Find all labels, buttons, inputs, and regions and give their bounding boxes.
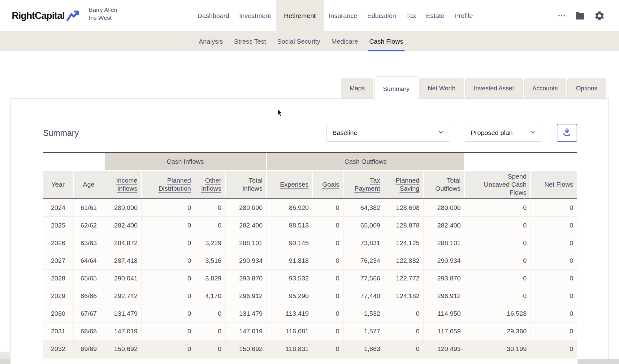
table-cell: 73,831 bbox=[343, 234, 384, 252]
folder-icon[interactable] bbox=[575, 11, 585, 20]
column-header-label: Year bbox=[51, 181, 64, 188]
scenario-select-value: Baseline bbox=[332, 129, 357, 136]
table-cell: 29,360 bbox=[465, 322, 530, 340]
column-header-planned-distribution[interactable]: Planned Distribution bbox=[141, 170, 195, 199]
nav-item-estate[interactable]: Estate bbox=[421, 0, 449, 31]
tab-maps[interactable]: Maps bbox=[341, 78, 374, 98]
table-cell: 0 bbox=[465, 216, 530, 234]
table-cell: 64,382 bbox=[343, 199, 384, 216]
nav-item-tax[interactable]: Tax bbox=[401, 0, 421, 31]
table-cell: 131,479 bbox=[225, 305, 266, 322]
table-cell: 0 bbox=[313, 305, 343, 322]
subnav-item-stress-test[interactable]: Stress Test bbox=[234, 31, 266, 51]
table-cell: 95,290 bbox=[266, 287, 313, 305]
table-cell: 0 bbox=[530, 199, 577, 216]
more-menu-button[interactable]: ••• bbox=[558, 13, 566, 18]
table-cell: 91,818 bbox=[266, 252, 313, 269]
scenario-select[interactable]: Baseline bbox=[327, 124, 450, 142]
table-cell bbox=[43, 358, 577, 361]
download-button[interactable] bbox=[557, 124, 577, 142]
table-cell: 0 bbox=[465, 252, 530, 269]
table-cell: 0 bbox=[313, 287, 343, 305]
nav-item-profile[interactable]: Profile bbox=[449, 0, 478, 31]
table-cell: 0 bbox=[465, 234, 530, 252]
subnav-item-analysis[interactable]: Analysis bbox=[199, 31, 223, 51]
subnav-item-medicare[interactable]: Medicare bbox=[331, 31, 358, 51]
column-header-income-inflows[interactable]: Income Inflows bbox=[104, 170, 141, 199]
table-cell: 77,440 bbox=[343, 287, 384, 305]
table-cell: 0 bbox=[141, 269, 195, 287]
column-header-spend-unsaved-cash-flows: Spend Unsaved Cash Flows bbox=[465, 170, 530, 199]
nav-item-retirement[interactable]: Retirement bbox=[276, 0, 324, 31]
table-cell: 147,019 bbox=[225, 322, 266, 340]
table-cell: 124,125 bbox=[384, 234, 423, 252]
table-cell: 0 bbox=[141, 305, 195, 322]
tab-invested-asset[interactable]: Invested Asset bbox=[465, 78, 523, 98]
plan-select[interactable]: Proposed plan bbox=[465, 124, 542, 142]
table-cell: 0 bbox=[195, 322, 225, 340]
table-cell: 0 bbox=[195, 199, 225, 216]
client-selector[interactable]: Barry Allen Iris West bbox=[89, 6, 117, 22]
nav-item-insurance[interactable]: Insurance bbox=[324, 0, 362, 31]
table-cell: 0 bbox=[141, 199, 195, 216]
table-cell: 150,692 bbox=[104, 340, 141, 358]
column-header-goals[interactable]: Goals bbox=[313, 170, 343, 199]
table-cell: 30,199 bbox=[465, 340, 530, 358]
table-cell: 282,400 bbox=[225, 216, 266, 234]
table-row-2026: 202663/63284,87203,229288,10190,145073,8… bbox=[43, 234, 577, 252]
table-cell: 0 bbox=[530, 234, 577, 252]
table-cell: 288,101 bbox=[423, 234, 465, 252]
scrollbar-corner[interactable] bbox=[0, 352, 11, 359]
nav-item-education[interactable]: Education bbox=[362, 0, 401, 31]
table-cell: 0 bbox=[530, 340, 577, 358]
tab-accounts[interactable]: Accounts bbox=[524, 78, 566, 98]
table-cell: 2024 bbox=[43, 199, 73, 216]
download-icon bbox=[562, 127, 572, 138]
table-cell: 120,493 bbox=[423, 340, 465, 358]
table-row-2029: 202966/66292,74204,170296,91295,290077,4… bbox=[43, 287, 577, 305]
column-header-expenses[interactable]: Expenses bbox=[266, 170, 313, 199]
table-cell: 2029 bbox=[43, 287, 73, 305]
content-panel: Summary Baseline Proposed plan Cash Infl… bbox=[10, 98, 609, 364]
table-cell: 0 bbox=[530, 216, 577, 234]
table-cell: 65/65 bbox=[73, 269, 104, 287]
column-header-net-flows: Net Flows bbox=[530, 170, 577, 199]
gear-icon[interactable] bbox=[594, 11, 605, 21]
column-header-label: Tax Payment bbox=[354, 177, 380, 192]
table-cell: 2031 bbox=[43, 322, 73, 340]
brand-logo: RightCapital bbox=[12, 0, 80, 31]
column-header-planned-saving[interactable]: Planned Saving bbox=[384, 170, 423, 199]
table-cell: 0 bbox=[313, 269, 343, 287]
table-cell: 296,912 bbox=[225, 287, 266, 305]
subnav-item-social-security[interactable]: Social Security bbox=[277, 31, 320, 51]
table-cell: 0 bbox=[195, 305, 225, 322]
tab-options[interactable]: Options bbox=[567, 78, 606, 98]
table-cell: 150,692 bbox=[225, 340, 266, 358]
top-nav-items: DashboardInvestmentRetirementInsuranceEd… bbox=[193, 0, 478, 31]
table-cell: 0 bbox=[384, 305, 423, 322]
table-cell: 0 bbox=[195, 216, 225, 234]
tab-net-worth[interactable]: Net Worth bbox=[419, 78, 464, 98]
nav-item-investment[interactable]: Investment bbox=[234, 0, 276, 31]
table-cell: 2030 bbox=[43, 305, 73, 322]
top-nav: RightCapital Barry Allen Iris West Dashb… bbox=[0, 0, 619, 31]
column-header-label: Income Inflows bbox=[116, 177, 137, 192]
column-header-label: Planned Saving bbox=[396, 177, 419, 192]
table-cell: 90,145 bbox=[266, 234, 313, 252]
table-cell: 0 bbox=[530, 269, 577, 287]
tab-summary[interactable]: Summary bbox=[374, 76, 418, 101]
table-cell: 0 bbox=[530, 305, 577, 322]
column-header-other-inflows[interactable]: Other Inflows bbox=[195, 170, 225, 199]
column-header-tax-payment[interactable]: Tax Payment bbox=[343, 170, 384, 199]
table-cell: 0 bbox=[141, 287, 195, 305]
table-row-2030: 203067/67131,47900131,479113,41901,53201… bbox=[43, 305, 577, 322]
table-cell: 2027 bbox=[43, 252, 73, 269]
chevron-down-icon bbox=[529, 129, 536, 137]
horizontal-scrollbar-track-left[interactable] bbox=[0, 359, 11, 364]
horizontal-scrollbar-track-right[interactable] bbox=[578, 359, 619, 364]
table-cell: 116,081 bbox=[266, 322, 313, 340]
nav-item-dashboard[interactable]: Dashboard bbox=[193, 0, 234, 31]
table-cell: 68/68 bbox=[73, 322, 104, 340]
table-cell: 77,566 bbox=[343, 269, 384, 287]
subnav-item-cash-flows[interactable]: Cash Flows bbox=[369, 31, 403, 51]
